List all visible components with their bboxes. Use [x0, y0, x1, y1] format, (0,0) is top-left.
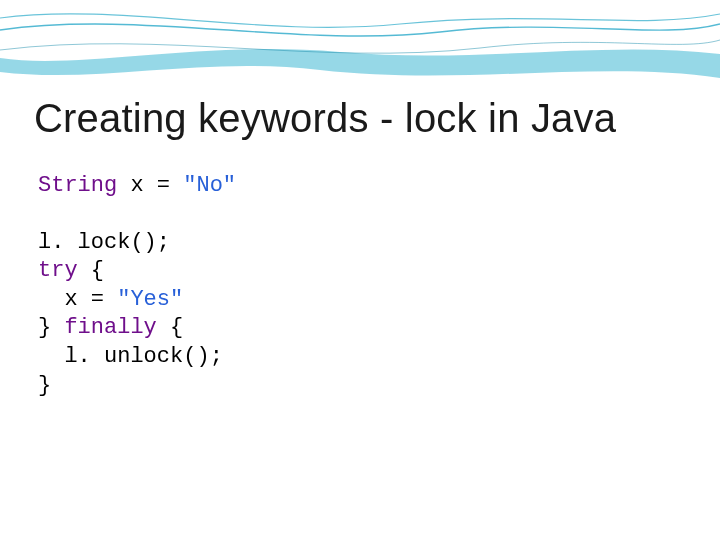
code-line-7: } — [38, 372, 236, 401]
code-line-3: try { — [38, 257, 236, 286]
code-text: x = — [117, 173, 183, 198]
code-line-5: } finally { — [38, 314, 236, 343]
code-line-2: l. lock(); — [38, 229, 236, 258]
code-block: String x = "No" l. lock(); try { x = "Ye… — [38, 172, 236, 400]
wave-decoration — [0, 0, 720, 90]
keyword-try: try — [38, 258, 78, 283]
code-line-1: String x = "No" — [38, 172, 236, 201]
slide-title: Creating keywords - lock in Java — [34, 96, 616, 141]
code-text: { — [78, 258, 104, 283]
code-text: x = — [38, 287, 117, 312]
string-literal: "No" — [183, 173, 236, 198]
keyword-finally: finally — [64, 315, 156, 340]
code-text: { — [157, 315, 183, 340]
code-line-4: x = "Yes" — [38, 286, 236, 315]
keyword-type: String — [38, 173, 117, 198]
string-literal: "Yes" — [117, 287, 183, 312]
code-text: } — [38, 315, 64, 340]
code-line-6: l. unlock(); — [38, 343, 236, 372]
blank-line — [38, 201, 236, 229]
